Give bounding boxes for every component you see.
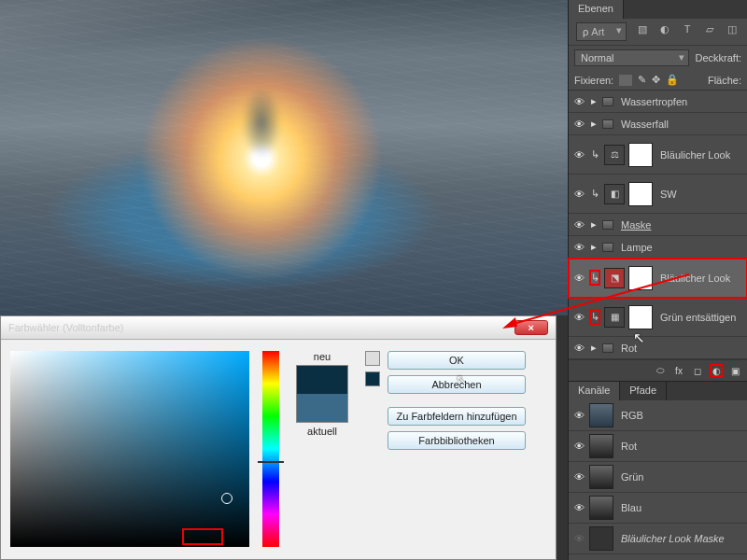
fx-icon[interactable]: fx <box>672 364 685 377</box>
folder-icon <box>602 220 613 230</box>
folder-icon <box>602 343 613 353</box>
filter-pixel-icon[interactable]: ▧ <box>636 22 649 35</box>
folder-icon <box>602 243 613 252</box>
blend-mode-row: Normal Deckkraft: <box>569 46 747 70</box>
channel-row[interactable]: 👁Bläulicher Look Maske <box>569 524 747 554</box>
gamut-warning-icon[interactable] <box>365 351 380 366</box>
folder-icon <box>602 97 613 106</box>
visibility-icon[interactable]: 👁 <box>572 273 585 284</box>
channel-thumb <box>589 403 613 427</box>
current-color-label: aktuell <box>307 426 337 437</box>
layer-name[interactable]: SW <box>656 189 743 200</box>
color-compare-swatch <box>296 365 348 423</box>
clip-icon: ↳ <box>589 148 600 161</box>
group-icon[interactable]: ▣ <box>728 364 741 377</box>
layer-row[interactable]: 👁▸Maske <box>569 214 747 236</box>
new-color[interactable] <box>297 366 347 394</box>
visibility-icon[interactable]: 👁 <box>572 119 585 130</box>
link-icon[interactable]: ⬭ <box>654 364 667 377</box>
layer-row[interactable]: 👁↳◧SW <box>569 175 747 214</box>
layer-name[interactable]: Bläulicher Look <box>656 149 743 161</box>
channel-row[interactable]: 👁Grün <box>569 462 747 493</box>
channel-name[interactable]: Blau <box>617 502 743 513</box>
visibility-icon[interactable]: 👁 <box>572 96 585 107</box>
layer-name[interactable]: Lampe <box>617 242 743 253</box>
saturation-brightness-field[interactable] <box>10 351 249 547</box>
dialog-titlebar[interactable]: Farbwähler (Volltonfarbe) × <box>1 316 556 340</box>
layer-row[interactable]: 👁↳⚖Bläulicher Look <box>569 135 747 175</box>
color-picker-dialog: Farbwähler (Volltonfarbe) × neu aktuell … <box>0 315 557 560</box>
tab-paths[interactable]: Pfade <box>620 382 667 400</box>
add-swatch-button[interactable]: Zu Farbfeldern hinzufügen <box>388 407 526 426</box>
disclosure-icon[interactable]: ▸ <box>589 95 599 107</box>
filter-smart-icon[interactable]: ◫ <box>726 22 739 35</box>
visibility-icon[interactable]: 👁 <box>572 410 585 421</box>
new-color-label: neu <box>314 351 331 362</box>
layer-name[interactable]: Bläulicher Look <box>656 273 743 284</box>
lock-transparency-icon[interactable] <box>619 75 632 86</box>
visibility-icon[interactable]: 👁 <box>572 149 585 161</box>
layer-name[interactable]: Maske <box>617 219 743 231</box>
layer-name[interactable]: Rot <box>617 343 743 354</box>
visibility-icon[interactable]: 👁 <box>572 471 585 483</box>
mask-thumb[interactable] <box>628 143 653 167</box>
lock-move-icon[interactable]: ✥ <box>652 74 660 86</box>
channel-name[interactable]: RGB <box>617 410 743 421</box>
visibility-icon[interactable]: 👁 <box>572 343 585 354</box>
visibility-icon[interactable]: 👁 <box>572 189 585 200</box>
hue-slider[interactable] <box>262 351 279 547</box>
layer-filter-row: ρ Art ▧ ◐ T ▱ ◫ <box>569 19 747 46</box>
close-button[interactable]: × <box>514 320 548 335</box>
mask-thumb[interactable] <box>628 182 653 206</box>
color-field-marker[interactable] <box>221 493 233 504</box>
lock-all-icon[interactable]: 🔒 <box>666 74 679 86</box>
document-canvas[interactable] <box>0 0 568 315</box>
cancel-button[interactable]: Abbrechen <box>388 375 526 394</box>
layer-name[interactable]: Wassertropfen <box>617 96 743 107</box>
current-color[interactable] <box>297 394 347 422</box>
filter-shape-icon[interactable]: ▱ <box>703 22 716 35</box>
channel-name[interactable]: Grün <box>617 471 743 483</box>
layer-row[interactable]: 👁↳▦Grün entsättigen <box>569 298 747 337</box>
channel-row[interactable]: 👁RGB <box>569 400 747 431</box>
mask-thumb[interactable] <box>628 266 653 290</box>
right-panels: Ebenen ρ Art ▧ ◐ T ▱ ◫ Normal Deckkraft:… <box>568 0 747 560</box>
adjustment-layer-icon[interactable]: ◐ <box>710 364 723 377</box>
visibility-icon[interactable]: 👁 <box>572 312 585 323</box>
layer-row[interactable]: 👁▸Lampe <box>569 236 747 259</box>
layer-row[interactable]: 👁▸Wassertropfen <box>569 91 747 113</box>
layer-name[interactable]: Grün entsättigen <box>656 312 743 323</box>
visibility-icon[interactable]: 👁 <box>572 502 585 513</box>
visibility-icon[interactable]: 👁 <box>572 219 585 231</box>
channel-name[interactable]: Bläulicher Look Maske <box>617 533 743 544</box>
channel-name[interactable]: Rot <box>617 441 743 452</box>
mask-icon[interactable]: ◻ <box>691 364 704 377</box>
visibility-icon[interactable]: 👁 <box>572 441 585 452</box>
channel-row[interactable]: 👁Rot <box>569 431 747 462</box>
folder-icon <box>602 119 613 129</box>
lock-paint-icon[interactable]: ✎ <box>638 74 646 86</box>
channel-row[interactable]: 👁Blau <box>569 493 747 524</box>
websafe-swatch[interactable] <box>365 371 380 386</box>
adjustment-icon: ▦ <box>604 307 625 328</box>
tab-channels[interactable]: Kanäle <box>569 382 620 400</box>
layers-tabstrip: Ebenen <box>569 0 747 19</box>
blend-mode-dropdown[interactable]: Normal <box>574 49 689 66</box>
filter-adjust-icon[interactable]: ◐ <box>658 22 671 35</box>
mask-thumb[interactable] <box>628 305 653 329</box>
filter-type-dropdown[interactable]: ρ Art <box>576 22 627 41</box>
ok-button[interactable]: OK <box>388 351 526 370</box>
adjustment-icon: ⚖ <box>604 145 625 165</box>
lock-row: Fixieren: ✎ ✥ 🔒 Fläche: <box>569 70 747 91</box>
highlight-annotation <box>182 528 223 545</box>
layer-name[interactable]: Wasserfall <box>617 119 743 130</box>
channel-thumb <box>589 465 613 489</box>
tab-layers[interactable]: Ebenen <box>569 0 624 19</box>
filter-text-icon[interactable]: T <box>681 22 694 35</box>
layer-row-selected[interactable]: 👁↳⬔Bläulicher Look <box>569 259 747 298</box>
color-libraries-button[interactable]: Farbbibliotheken <box>388 431 526 450</box>
layers-footer: ⬭ fx ◻ ◐ ▣ <box>569 359 747 381</box>
layer-row[interactable]: 👁▸Rot <box>569 337 747 359</box>
layer-row[interactable]: 👁▸Wasserfall <box>569 113 747 135</box>
visibility-icon[interactable]: 👁 <box>572 242 585 253</box>
